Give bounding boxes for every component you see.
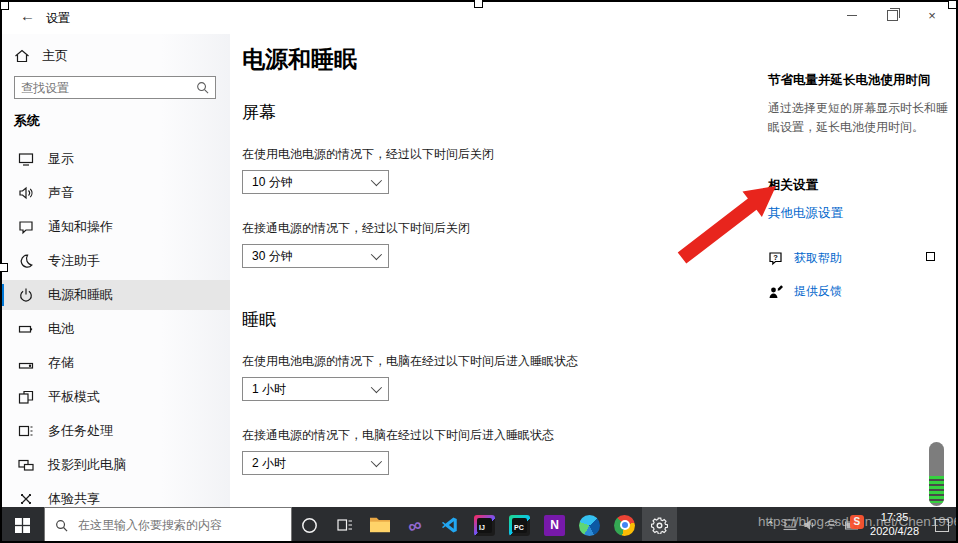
sidebar-home[interactable]: 主页 (14, 47, 68, 65)
sidebar-item-multitasking[interactable]: 多任务处理 (0, 416, 230, 446)
start-button[interactable] (0, 507, 44, 543)
action-center-button[interactable] (929, 519, 955, 532)
windows-logo-icon (15, 518, 30, 533)
tip-body: 通过选择更短的屏幕显示时长和睡眠设置，延长电池使用时间。 (768, 99, 948, 137)
sidebar: 主页 系统 显示 声音 通知和操作 (0, 34, 230, 507)
taskbar-vscode[interactable] (432, 507, 467, 543)
chevron-down-icon (371, 249, 382, 260)
screen-battery-select[interactable]: 10 分钟 (242, 170, 389, 194)
screen-plugged-select[interactable]: 30 分钟 (242, 244, 389, 268)
sidebar-item-label: 专注助手 (48, 252, 100, 270)
battery-indicator-widget (929, 442, 944, 506)
gear-icon (651, 517, 668, 534)
taskbar-file-explorer[interactable] (362, 507, 397, 543)
help-icon: ? (768, 251, 784, 267)
onenote-icon: N (544, 515, 565, 536)
sleep-battery-label: 在使用电池电源的情况下，电脑在经过以下时间后进入睡眠状态 (242, 353, 738, 370)
sleep-plugged-value: 2 小时 (252, 455, 286, 472)
feedback-link[interactable]: 提供反馈 (768, 283, 948, 300)
sidebar-item-sound[interactable]: 声音 (0, 178, 230, 208)
selection-handle[interactable] (474, 0, 483, 8)
settings-search-box[interactable] (14, 76, 216, 99)
restore-button[interactable] (872, 0, 912, 30)
multitasking-icon (18, 423, 34, 439)
search-icon (55, 519, 68, 532)
taskbar-edge[interactable] (572, 507, 607, 543)
page-title: 电源和睡眠 (242, 44, 738, 75)
tray-chevron-up-icon[interactable]: ⌃ (758, 519, 783, 532)
search-icon (196, 81, 209, 94)
sidebar-item-label: 声音 (48, 184, 74, 202)
file-explorer-icon (370, 517, 390, 533)
screen-battery-value: 10 分钟 (252, 174, 293, 191)
tray-device-icon (783, 519, 797, 531)
task-view-icon (337, 517, 353, 533)
sidebar-item-power-sleep[interactable]: 电源和睡眠 (0, 280, 230, 310)
screenshot-root: ← 设置 × 主页 系统 (0, 0, 958, 543)
pycharm-icon: PC (509, 515, 530, 536)
taskbar-visual-studio[interactable]: ∞ (397, 507, 432, 543)
projecting-icon (18, 457, 34, 473)
sleep-battery-value: 1 小时 (252, 381, 286, 398)
feedback-label: 提供反馈 (794, 283, 842, 300)
taskbar-search-input[interactable] (76, 517, 281, 533)
sidebar-item-label: 电池 (48, 320, 74, 338)
minimize-button[interactable] (832, 0, 872, 30)
tip-heading: 节省电量并延长电池使用时间 (768, 72, 948, 89)
screen-battery-label: 在使用电池电源的情况下，经过以下时间后关闭 (242, 146, 738, 163)
clock-date: 2020/4/28 (870, 525, 919, 539)
vscode-icon (441, 516, 459, 534)
taskbar-search-box[interactable] (44, 507, 292, 543)
taskbar-intellij[interactable]: IJ (467, 507, 502, 543)
selection-handle[interactable] (926, 252, 935, 261)
main-content: 电源和睡眠 屏幕 在使用电池电源的情况下，经过以下时间后关闭 10 分钟 在接通… (238, 34, 738, 475)
sleep-plugged-label: 在接通电源的情况下，电脑在经过以下时间后进入睡眠状态 (242, 427, 738, 444)
sleep-battery-select[interactable]: 1 小时 (242, 377, 389, 401)
storage-icon (18, 355, 34, 371)
taskbar-pycharm[interactable]: PC (502, 507, 537, 543)
power-icon (18, 287, 34, 303)
battery-icon (18, 321, 34, 337)
right-panel: 节省电量并延长电池使用时间 通过选择更短的屏幕显示时长和睡眠设置，延长电池使用时… (768, 34, 948, 300)
settings-search-input[interactable] (15, 81, 196, 95)
sidebar-item-display[interactable]: 显示 (0, 144, 230, 174)
sidebar-nav: 显示 声音 通知和操作 专注助手 电源和睡眠 (0, 144, 230, 518)
additional-power-settings-link[interactable]: 其他电源设置 (768, 205, 843, 222)
back-arrow-icon[interactable]: ← (20, 7, 35, 24)
close-button[interactable]: × (912, 0, 952, 30)
taskbar-settings[interactable] (642, 507, 677, 543)
home-icon (14, 48, 30, 64)
taskbar-task-view-button[interactable] (327, 507, 362, 543)
sidebar-item-projecting[interactable]: 投影到此电脑 (0, 450, 230, 480)
sidebar-section-title: 系统 (14, 112, 40, 130)
sidebar-item-battery[interactable]: 电池 (0, 314, 230, 344)
sidebar-item-storage[interactable]: 存储 (0, 348, 230, 378)
selection-handle[interactable] (948, 0, 957, 9)
taskbar-chrome[interactable] (607, 507, 642, 543)
sidebar-item-label: 体验共享 (48, 490, 100, 508)
sidebar-item-label: 通知和操作 (48, 218, 113, 236)
sidebar-item-label: 平板模式 (48, 388, 100, 406)
taskbar: ∞ IJ PC N ⌃ (0, 507, 958, 543)
taskbar-cortana-button[interactable] (292, 507, 327, 543)
restore-icon (887, 10, 898, 21)
sidebar-item-notifications[interactable]: 通知和操作 (0, 212, 230, 242)
sidebar-home-label: 主页 (42, 47, 68, 65)
window-title: 设置 (46, 10, 70, 27)
taskbar-clock[interactable]: 17:35 2020/4/28 (860, 511, 929, 539)
sidebar-item-label: 投影到此电脑 (48, 456, 126, 474)
sidebar-item-focus-assist[interactable]: 专注助手 (0, 246, 230, 276)
selection-handle[interactable] (0, 263, 8, 272)
selection-handle[interactable] (0, 1, 9, 10)
action-center-icon (935, 519, 949, 532)
screen-section-heading: 屏幕 (242, 101, 738, 124)
taskbar-onenote[interactable]: N (537, 507, 572, 543)
sidebar-item-label: 显示 (48, 150, 74, 168)
tray-battery-icon (845, 520, 860, 531)
minimize-icon (847, 15, 857, 16)
sidebar-item-tablet-mode[interactable]: 平板模式 (0, 382, 230, 412)
moon-icon (18, 253, 34, 269)
get-help-link[interactable]: ? 获取帮助 (768, 250, 948, 267)
sleep-plugged-select[interactable]: 2 小时 (242, 451, 389, 475)
notifications-icon (18, 219, 34, 235)
